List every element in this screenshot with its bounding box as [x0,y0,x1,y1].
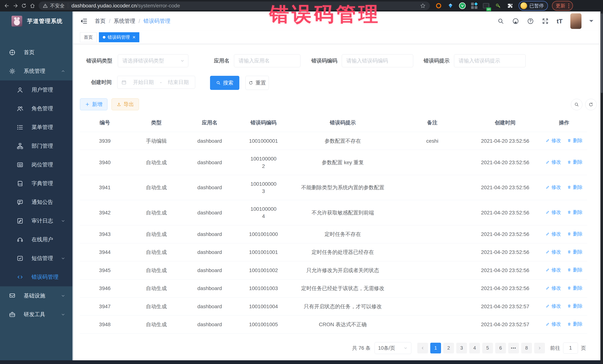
delete-link[interactable]: 删除 [567,159,583,165]
scrollbar-thumb[interactable] [601,13,603,93]
type-select[interactable]: 请选择错误码类型 [118,54,188,67]
sidebar-item-audit-log[interactable]: 审计日志 [0,211,73,230]
delete-link[interactable]: 删除 [567,266,583,273]
profile-paused-badge[interactable]: 已暂停 [519,1,548,11]
browser-forward-icon[interactable] [11,1,20,10]
delete-link[interactable]: 删除 [567,209,583,216]
extension-key-icon[interactable] [494,2,502,10]
cell-actions: 修改 删除 [541,261,587,279]
search-button[interactable]: 搜索 [210,76,239,90]
id-badge-icon [16,161,24,168]
edit-link[interactable]: 修改 [545,209,561,216]
sidebar-item-infrastructure[interactable]: 基础设施 [0,286,73,305]
page-button-3[interactable]: 3 [456,343,467,353]
horizontal-scrollbar[interactable] [0,360,603,364]
prev-page-button[interactable] [417,343,428,353]
code-input[interactable] [342,58,413,64]
delete-link[interactable]: 删除 [567,137,583,144]
extension-target-icon[interactable] [435,2,442,10]
end-date-placeholder[interactable]: 结束日期 [162,79,195,86]
refresh-table-button[interactable] [585,99,597,110]
user-avatar[interactable] [570,13,581,29]
add-button[interactable]: 新增 [80,99,107,110]
page-button-8[interactable]: 8 [521,343,532,353]
sidebar-item-online-users[interactable]: 在线用户 [0,230,73,249]
edit-link[interactable]: 修改 [545,321,561,327]
browser-reload-icon[interactable] [20,1,28,10]
show-search-button[interactable] [571,99,582,110]
page-button-5[interactable]: 5 [482,343,493,353]
breadcrumb-system[interactable]: 系统管理 [114,17,135,25]
next-page-button[interactable] [534,343,545,353]
sidebar-logo-row[interactable]: 芋道管理系统 [0,11,73,31]
delete-link[interactable]: 删除 [567,303,583,309]
page-button-6[interactable]: 6 [495,343,506,353]
sidebar-item-org-tree[interactable]: 部门管理 [0,137,73,155]
page-button-•••[interactable]: ••• [508,343,519,353]
sidebar-item-dictionary[interactable]: 字典管理 [0,174,73,193]
page-size-select[interactable]: 10条/页 [375,342,411,354]
sidebar-scrollbar[interactable] [72,11,73,364]
bookmark-star-icon[interactable] [420,3,426,9]
tab-close-icon[interactable]: × [132,35,135,40]
page-button-4[interactable]: 4 [469,343,480,353]
browser-update-button[interactable]: 更新 [552,1,573,11]
tab-error-code[interactable]: 错误码管理 × [99,32,139,42]
delete-link[interactable]: 删除 [567,249,583,255]
sidebar-toggle-icon[interactable] [80,17,88,25]
delete-link[interactable]: 删除 [567,321,583,327]
start-date-placeholder[interactable]: 开始日期 [127,79,160,86]
help-icon[interactable] [527,18,534,25]
browser-back-icon[interactable] [3,1,11,10]
delete-link[interactable]: 删除 [567,184,583,190]
breadcrumb-current[interactable]: 错误码管理 [143,17,170,25]
extension-gem-icon[interactable] [447,2,454,10]
sidebar-item-gear[interactable]: 系统管理 [0,62,73,80]
edit-link[interactable]: 修改 [545,159,561,165]
edit-link[interactable]: 修改 [545,249,561,255]
sidebar-item-user[interactable]: 用户管理 [0,80,73,99]
edit-link[interactable]: 修改 [545,137,561,144]
sidebar-item-id-badge[interactable]: 岗位管理 [0,155,73,174]
date-range-picker[interactable]: 开始日期 - 结束日期 [117,76,195,89]
delete-link[interactable]: 删除 [567,285,583,291]
sidebar-item-announcement[interactable]: 通知公告 [0,193,73,211]
user-menu-caret-icon[interactable] [589,20,593,24]
extension-console-icon[interactable]: on [482,2,490,10]
sidebar-menu: 首页 系统管理 用户管理 角色管理 菜单管理 部门管理 岗位管理 字典管理 通知… [0,43,73,324]
url-text[interactable]: dashboard.yudao.iocoder.cn/system/error-… [71,3,180,9]
edit-link[interactable]: 修改 [545,184,561,190]
browser-home-icon[interactable] [28,1,37,10]
cell-id: 3939 [80,132,130,150]
hint-input[interactable] [454,58,525,64]
github-icon[interactable] [512,18,519,25]
browser-menu-icon[interactable] [568,3,569,8]
sidebar-item-home[interactable]: 首页 [0,43,73,62]
edit-link[interactable]: 修改 [545,266,561,273]
page-button-2[interactable]: 2 [443,343,454,353]
security-label[interactable]: 不安全 [50,3,65,9]
reset-button[interactable]: 重置 [245,76,269,90]
header-search-icon[interactable] [497,18,504,25]
page-button-1[interactable]: 1 [430,343,441,353]
extension-puzzle-icon[interactable] [506,2,514,10]
sidebar-item-sms[interactable]: 短信管理 [0,249,73,268]
edit-link[interactable]: 修改 [545,285,561,291]
sidebar-item-error-code[interactable]: 错误码管理 [0,268,73,286]
fullscreen-icon[interactable] [542,18,549,25]
extension-grid-icon[interactable] [470,2,478,10]
extension-v-icon[interactable] [458,2,466,10]
sidebar-item-menu-list[interactable]: 菜单管理 [0,118,73,137]
delete-link[interactable]: 删除 [567,231,583,237]
vertical-scrollbar[interactable] [600,11,603,364]
app-input[interactable] [234,58,300,64]
sidebar-item-users[interactable]: 角色管理 [0,99,73,118]
font-size-icon[interactable]: tT [557,18,563,25]
edit-link[interactable]: 修改 [545,303,561,309]
goto-page-input[interactable] [563,342,578,354]
breadcrumb-home[interactable]: 首页 [95,17,105,25]
export-button[interactable]: 导出 [112,99,139,110]
edit-link[interactable]: 修改 [545,231,561,237]
sidebar-item-dev-tools[interactable]: 研发工具 [0,305,73,324]
tab-home[interactable]: 首页 [80,32,97,42]
